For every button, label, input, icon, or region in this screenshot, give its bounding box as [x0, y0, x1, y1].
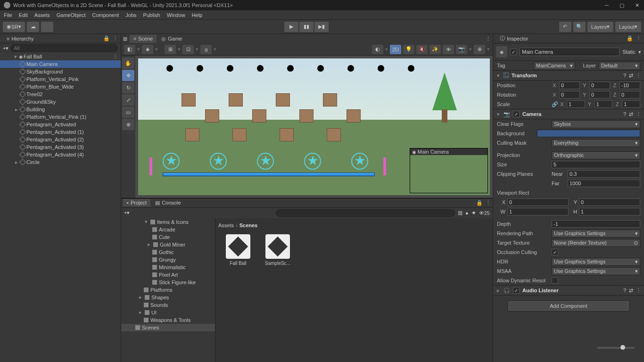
near-input[interactable] [568, 170, 640, 178]
size-input[interactable] [552, 161, 640, 168]
play-button[interactable]: ▶ [284, 22, 298, 32]
hierarchy-search[interactable] [10, 44, 118, 52]
hdr-dropdown[interactable]: Use Graphics Settings▾ [552, 258, 640, 266]
occlusion-checkbox[interactable] [552, 249, 558, 255]
tag-dropdown[interactable]: MainCamera▾ [534, 62, 575, 70]
folder-ui[interactable]: ▸UI [121, 309, 215, 316]
audio-enabled-checkbox[interactable] [513, 287, 520, 294]
breadcrumb[interactable]: Assets › Scenes [218, 221, 490, 230]
hand-tool[interactable]: ✋ [122, 58, 134, 69]
rect-tool[interactable]: ▭ [122, 107, 134, 118]
menu-component[interactable]: Component [92, 12, 119, 18]
lock-icon[interactable]: 🔒 [627, 35, 633, 41]
folder-minimalistic[interactable]: Minimalistic [121, 263, 215, 271]
component-menu-icon[interactable]: ⋮ [636, 288, 641, 294]
folder-arcade[interactable]: Arcade [121, 226, 215, 233]
target-texture-field[interactable]: None (Render Texture)⊙ [552, 239, 640, 247]
minimize-icon[interactable]: ─ [603, 2, 610, 8]
save-filter-icon[interactable]: ★ [471, 210, 476, 216]
folder-pixelart[interactable]: Pixel Art [121, 271, 215, 279]
hierarchy-root[interactable]: ▾◈ Fall Ball⋮ [0, 53, 121, 60]
dynres-checkbox[interactable] [552, 277, 558, 284]
rot-y[interactable] [589, 91, 610, 99]
menu-gameobject[interactable]: GameObject [57, 12, 86, 18]
folder-platforms[interactable]: Platforms [121, 286, 215, 294]
filter-icon[interactable]: ▥ [458, 210, 462, 216]
rot-x[interactable] [559, 91, 580, 99]
tab-scene[interactable]: ⌗ Scene [130, 35, 157, 43]
draw-mode-btn[interactable]: ◐ [372, 45, 383, 54]
camera-enabled-checkbox[interactable] [513, 111, 520, 117]
scale-tool[interactable]: ⤢ [122, 94, 134, 106]
layout-dropdown[interactable]: Layout ▾ [615, 22, 641, 32]
menu-edit[interactable]: Edit [19, 12, 28, 18]
pause-button[interactable]: ▮▮ [299, 22, 314, 32]
folder-stickfigure[interactable]: Stick Figure-like [121, 279, 215, 286]
culling-mask-dropdown[interactable]: Everything▾ [552, 139, 640, 147]
menu-assets[interactable]: Assets [34, 12, 50, 18]
maximize-icon[interactable]: ▢ [619, 2, 625, 8]
msaa-dropdown[interactable]: Use Graphics Settings▾ [552, 267, 640, 275]
favorite-icon[interactable]: ● [465, 210, 469, 216]
folder-sounds[interactable]: Sounds [121, 301, 215, 309]
hierarchy-item-11[interactable]: Pentagram_Activated (3) [0, 143, 121, 151]
hierarchy-tree[interactable]: ▾◈ Fall Ball⋮ Main Camera SkyBackground … [0, 53, 121, 223]
folder-items-icons[interactable]: ▾Items & Icons [121, 218, 215, 226]
audio-listener-header[interactable]: ▸🎧 Audio Listener ? ⇄ ⋮ [493, 285, 644, 296]
help-icon[interactable]: ? [623, 288, 626, 293]
tab-game[interactable]: ◎ Game [157, 35, 186, 43]
local-btn[interactable]: ◈ [142, 45, 153, 54]
tab-hierarchy[interactable]: ≡ Hierarchy [3, 35, 38, 42]
hierarchy-item-6[interactable]: ▸Building [0, 106, 121, 113]
vp-w[interactable] [507, 208, 569, 215]
depth-input[interactable] [552, 220, 640, 228]
pos-z[interactable] [619, 82, 640, 89]
panel-menu-icon[interactable]: ⋮ [486, 36, 491, 42]
rot-z[interactable] [619, 91, 640, 99]
hierarchy-item-8[interactable]: Pentagram_Activated [0, 121, 121, 128]
step-button[interactable]: ▶▮ [314, 22, 329, 32]
layer-dropdown[interactable]: Default▾ [599, 62, 640, 70]
rotate-tool[interactable]: ↻ [122, 82, 134, 93]
folder-scenes[interactable]: Scenes [121, 324, 215, 331]
background-color[interactable] [537, 130, 640, 137]
folder-goldminer[interactable]: ▸Gold Miner [121, 241, 215, 248]
account-dropdown[interactable]: ◉ SR ▾ [3, 22, 25, 32]
menu-help[interactable]: Help [192, 12, 203, 18]
preset-icon[interactable]: ⇄ [629, 288, 633, 294]
folder-cute[interactable]: Cute [121, 233, 215, 241]
vp-h[interactable] [579, 208, 640, 215]
transform-tool[interactable]: ⊕ [122, 119, 134, 130]
lighting-btn[interactable]: 💡 [403, 45, 414, 54]
undo-history-icon[interactable] [41, 22, 53, 32]
preset-icon[interactable]: ⇄ [629, 73, 633, 79]
hidden-btn[interactable]: 👁 [443, 45, 454, 54]
menu-jobs[interactable]: Jobs [125, 12, 136, 18]
hierarchy-item-1[interactable]: SkyBackground [0, 68, 121, 75]
create-dropdown-icon[interactable]: +▾ [124, 210, 130, 216]
help-icon[interactable]: ? [623, 111, 626, 117]
static-dropdown-icon[interactable]: ▾ [638, 49, 641, 55]
folder-shapes[interactable]: ▸Shapes [121, 294, 215, 301]
add-component-button[interactable]: Add Component [507, 300, 630, 312]
camera-btn[interactable]: 📷 [456, 45, 467, 54]
panel-menu-icon[interactable]: ⋮ [636, 35, 641, 41]
close-icon[interactable]: ✕ [634, 2, 640, 8]
menu-publish[interactable]: Publish [143, 12, 160, 18]
project-folder-tree[interactable]: ▾Items & Icons Arcade Cute ▸Gold Miner G… [121, 218, 215, 362]
tab-console[interactable]: ▤ Console [151, 199, 184, 207]
vp-y[interactable] [579, 198, 640, 206]
scale-y[interactable] [594, 100, 613, 108]
far-input[interactable] [568, 180, 640, 187]
layers-dropdown[interactable]: Layers ▾ [587, 22, 613, 32]
rendering-path-dropdown[interactable]: Use Graphics Settings▾ [552, 230, 640, 238]
vp-x[interactable] [507, 198, 569, 206]
folder-gothic[interactable]: Gothic [121, 248, 215, 256]
hidden-icon[interactable]: 👁25 [479, 210, 490, 216]
folder-weapons[interactable]: Weapons & Tools [121, 316, 215, 324]
pos-x[interactable] [559, 82, 580, 89]
hierarchy-item-0[interactable]: Main Camera [0, 60, 121, 68]
clear-flags-dropdown[interactable]: Skybox▾ [552, 120, 640, 128]
scene-viewport[interactable]: ◉ Main Camera [138, 58, 490, 195]
tab-project[interactable]: ▪ Project [123, 199, 150, 206]
